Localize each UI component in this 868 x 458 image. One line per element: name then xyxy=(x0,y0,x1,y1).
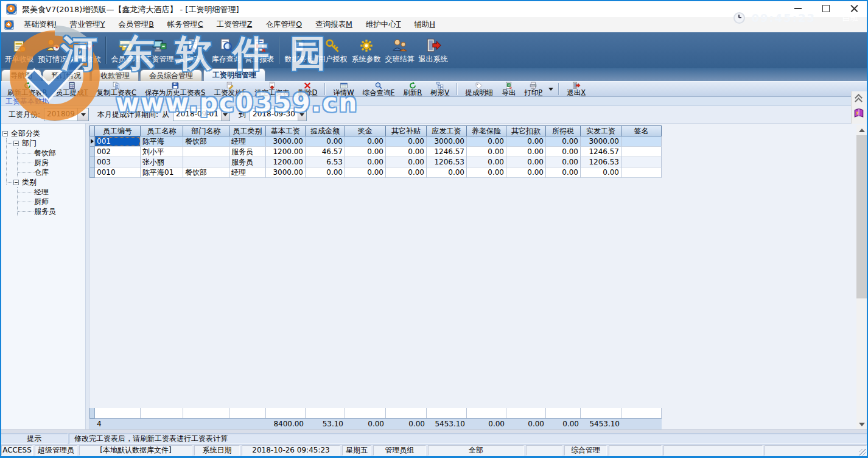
grid-cell[interactable]: 3000.00 xyxy=(266,167,306,178)
toolbar-button[interactable]: 库存查询 xyxy=(209,32,243,68)
grid-cell[interactable]: 服务员 xyxy=(229,157,266,167)
table-row[interactable]: 001陈平海餐饮部经理3000.000.000.000.003000.000.0… xyxy=(89,136,662,147)
dropdown-button[interactable] xyxy=(221,108,229,121)
panel-splitter[interactable] xyxy=(85,124,89,429)
toolbar-button[interactable]: 复制工资表C xyxy=(93,82,141,96)
grid-cell[interactable] xyxy=(183,157,229,167)
grid-column-header[interactable]: 所得税 xyxy=(546,125,581,136)
grid-cell[interactable]: 0.00 xyxy=(427,167,467,178)
grid-column-header[interactable]: 其它扣款 xyxy=(506,125,546,136)
tree-node[interactable]: 服务员 xyxy=(0,206,85,216)
toolbar-button[interactable]: 开单收银 xyxy=(2,32,36,68)
toolbar-button[interactable]: 打印P xyxy=(520,82,547,96)
grid-cell[interactable]: 001 xyxy=(95,136,141,147)
grid-cell[interactable]: 刘小平 xyxy=(141,147,183,157)
grid-cell[interactable]: 0.00 xyxy=(345,157,386,167)
dropdown-button[interactable] xyxy=(298,108,306,121)
table-row[interactable]: 003张小丽服务员1200.006.530.000.001206.530.000… xyxy=(89,157,662,167)
scrollbar-thumb[interactable] xyxy=(856,135,867,298)
toolbar-button[interactable]: 树形V xyxy=(426,82,453,96)
salary-month-combobox[interactable]: 201809 xyxy=(44,108,89,121)
toolbar-button[interactable]: 退出系统 xyxy=(416,32,450,68)
row-indicator[interactable] xyxy=(89,136,95,147)
grid-cell[interactable]: 3000.00 xyxy=(266,136,306,147)
grid-cell[interactable]: 0.00 xyxy=(581,167,621,178)
grid-cell[interactable]: 0.00 xyxy=(546,167,581,178)
row-indicator[interactable] xyxy=(89,147,95,157)
period-from-combobox[interactable]: 2018-09-01 xyxy=(173,108,230,121)
toolbar-button[interactable]: 交班结算 xyxy=(383,32,416,68)
grid-cell[interactable] xyxy=(621,136,662,147)
grid-cell[interactable]: 张小丽 xyxy=(141,157,183,167)
grid-cell[interactable]: 服务员 xyxy=(229,147,266,157)
toolbar-button[interactable]: 入库录入 xyxy=(176,32,209,68)
toolbar-button[interactable]: 退出X xyxy=(562,82,590,96)
menu-item[interactable]: 会员管理B xyxy=(111,17,161,32)
grid-column-header[interactable]: 基本工资 xyxy=(266,125,306,136)
grid-cell[interactable]: 0.00 xyxy=(467,167,506,178)
grid-column-header[interactable]: 签名 xyxy=(621,125,662,136)
menu-item[interactable]: 工资管理Z xyxy=(210,17,259,32)
tree-collapse-toggle[interactable] xyxy=(2,131,8,136)
grid-cell[interactable]: 1200.00 xyxy=(266,157,306,167)
tab[interactable]: 工资明细管理 xyxy=(203,68,265,81)
grid-cell[interactable]: 1206.53 xyxy=(581,157,621,167)
grid-cell[interactable]: 0.00 xyxy=(386,147,427,157)
grid-cell[interactable] xyxy=(621,167,662,178)
tree-node[interactable]: 厨房 xyxy=(0,158,85,167)
table-row[interactable]: 002刘小平服务员1200.0046.570.000.001246.570.00… xyxy=(89,147,662,157)
grid-cell[interactable]: 6.53 xyxy=(306,157,345,167)
grid-cell[interactable]: 0.00 xyxy=(506,167,546,178)
grid-cell[interactable]: 002 xyxy=(95,147,141,157)
toolbar-button[interactable]: 会员管理 xyxy=(109,32,142,68)
grid-cell[interactable] xyxy=(621,147,662,157)
grid-cell[interactable] xyxy=(621,157,662,167)
toolbar-button[interactable]: 预订情况 xyxy=(36,32,69,68)
tree-node[interactable]: 仓库 xyxy=(0,167,85,177)
toolbar-button[interactable]: 营业报表 xyxy=(243,32,276,68)
toolbar-button[interactable]: 删除D xyxy=(294,82,322,96)
toolbar-button[interactable]: 导出 xyxy=(497,82,520,96)
print-dropdown-arrow[interactable] xyxy=(547,82,555,96)
tree-node[interactable]: 餐饮部 xyxy=(0,148,85,158)
grid-column-header[interactable]: 实发工资 xyxy=(581,125,621,136)
grid-cell[interactable]: 3000.00 xyxy=(427,136,467,147)
grid-cell[interactable]: 0.00 xyxy=(386,157,427,167)
grid-cell[interactable]: 3000.00 xyxy=(581,136,621,147)
toolbar-button[interactable]: 员工提成T xyxy=(52,82,93,96)
grid-cell[interactable]: 0.00 xyxy=(467,147,506,157)
grid-cell[interactable]: 经理 xyxy=(229,136,266,147)
tab[interactable]: 会员综合管理 xyxy=(140,69,202,81)
grid-cell[interactable]: 0.00 xyxy=(467,157,506,167)
toolbar-button[interactable]: 工资发放F xyxy=(209,82,250,96)
grid-cell[interactable]: 46.57 xyxy=(306,147,345,157)
resize-grip-icon[interactable] xyxy=(859,449,866,456)
grid-column-header[interactable]: 应发工资 xyxy=(427,125,467,136)
toolbar-button[interactable]: 系统参数 xyxy=(349,32,383,68)
grid-cell[interactable]: 陈平海01 xyxy=(141,167,183,178)
chevron-double-up-icon[interactable] xyxy=(855,95,861,102)
grid-column-header[interactable]: 提成金额 xyxy=(306,125,345,136)
tree-node[interactable]: 全部分类 xyxy=(0,129,85,138)
grid-cell[interactable]: 0.00 xyxy=(546,157,581,167)
toolbar-button[interactable]: 提成明细 xyxy=(461,82,497,96)
toolbar-button[interactable]: 保存为历史工资表S xyxy=(141,82,209,96)
grid-cell[interactable]: 0.00 xyxy=(467,136,506,147)
toolbar-button[interactable]: 挂帐收款 xyxy=(69,32,103,68)
grid-cell[interactable]: 1200.00 xyxy=(266,147,306,157)
grid-cell[interactable] xyxy=(183,147,229,157)
menu-item[interactable]: 基础资料I xyxy=(17,17,63,32)
grid-column-header[interactable]: 养老保险 xyxy=(467,125,506,136)
tab[interactable]: 收款管理 xyxy=(91,69,139,81)
toolbar-button[interactable]: 清空工资表 xyxy=(250,82,294,96)
toolbar-button[interactable]: 综合查询F xyxy=(359,82,399,96)
toolbar-button[interactable]: 用户授权 xyxy=(316,32,349,68)
grid-cell[interactable]: 餐饮部 xyxy=(183,136,229,147)
row-indicator[interactable] xyxy=(89,157,95,167)
tree-collapse-toggle[interactable] xyxy=(13,180,19,185)
tab[interactable]: 预订情况 xyxy=(43,69,90,81)
table-row[interactable]: 0010陈平海01餐饮部经理3000.000.000.000.000.000.0… xyxy=(89,167,662,178)
period-to-combobox[interactable]: 2018-09-30 xyxy=(250,108,307,121)
menu-item[interactable]: 帐务管理C xyxy=(161,17,210,32)
grid-cell[interactable]: 1246.57 xyxy=(427,147,467,157)
